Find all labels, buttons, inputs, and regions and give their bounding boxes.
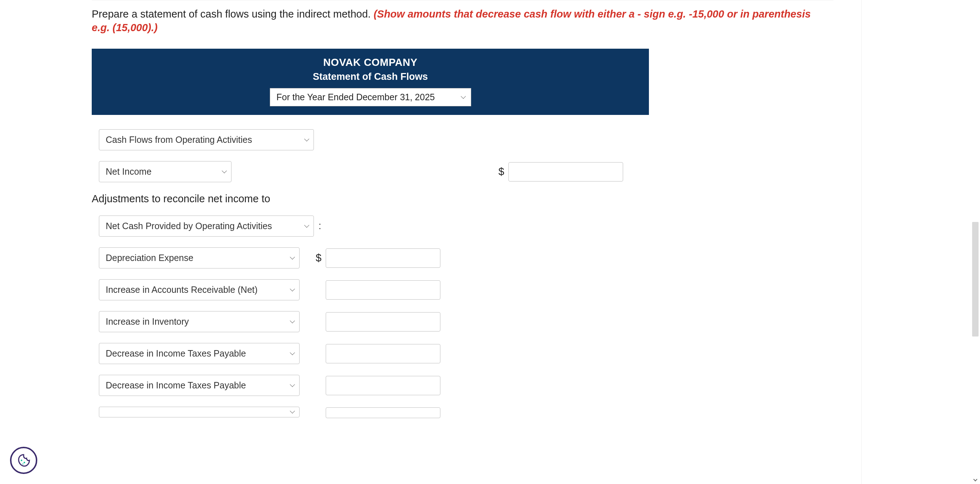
- svg-point-1: [24, 462, 25, 463]
- chevron-down-icon: [290, 408, 295, 414]
- net-income-input[interactable]: [509, 162, 623, 181]
- svg-point-2: [22, 463, 23, 464]
- page: Prepare a statement of cash flows using …: [0, 0, 980, 484]
- chevron-down-icon: [290, 382, 295, 387]
- instructions-black: Prepare a statement of cash flows using …: [92, 8, 374, 20]
- taxes2-select-value: Decrease in Income Taxes Payable: [106, 380, 246, 390]
- row-inventory: Increase in Inventory $: [92, 311, 834, 332]
- depreciation-select-value: Depreciation Expense: [106, 253, 194, 263]
- taxes1-input[interactable]: [326, 344, 441, 363]
- row-adjustments-label: Adjustments to reconcile net income to: [92, 193, 834, 205]
- depreciation-input[interactable]: [326, 248, 441, 268]
- row-taxes-1: Decrease in Income Taxes Payable $: [92, 343, 834, 364]
- net-cash-select-value: Net Cash Provided by Operating Activitie…: [106, 221, 272, 231]
- right-panel-divider: [861, 0, 862, 484]
- row-depreciation: Depreciation Expense $: [92, 248, 834, 268]
- colon: :: [318, 221, 321, 232]
- chevron-down-icon: [973, 477, 977, 481]
- period-select-value: For the Year Ended December 31, 2025: [277, 92, 435, 102]
- chevron-down-icon: [290, 254, 295, 260]
- dollar-sign: $: [316, 252, 321, 264]
- ar-select-value: Increase in Accounts Receivable (Net): [106, 285, 258, 295]
- scroll-down-button[interactable]: [972, 476, 978, 482]
- row-blank: $: [92, 407, 834, 419]
- scrollbar-thumb[interactable]: [972, 222, 978, 336]
- instructions-text: Prepare a statement of cash flows using …: [92, 8, 834, 34]
- blank-input[interactable]: [326, 408, 441, 418]
- blank-select[interactable]: [99, 407, 299, 417]
- adjustments-label: Adjustments to reconcile net income to: [92, 193, 270, 205]
- row-ar: Increase in Accounts Receivable (Net) $: [92, 279, 834, 300]
- row-taxes-2: Decrease in Income Taxes Payable $: [92, 375, 834, 396]
- chevron-down-icon: [304, 223, 309, 228]
- statement-title: Statement of Cash Flows: [92, 71, 649, 83]
- section-select-value: Cash Flows from Operating Activities: [106, 135, 252, 144]
- dollar-sign: $: [498, 166, 504, 178]
- cookie-settings-button[interactable]: [10, 447, 37, 474]
- chevron-down-icon: [222, 168, 227, 173]
- taxes1-select[interactable]: Decrease in Income Taxes Payable: [99, 343, 299, 364]
- row-section-header: Cash Flows from Operating Activities: [92, 129, 834, 150]
- ar-select[interactable]: Increase in Accounts Receivable (Net): [99, 279, 299, 300]
- statement-rows: Cash Flows from Operating Activities Net…: [92, 129, 834, 419]
- taxes2-input[interactable]: [326, 376, 441, 395]
- net-income-select-value: Net Income: [106, 167, 151, 176]
- inventory-select-value: Increase in Inventory: [106, 316, 189, 327]
- statement-header: NOVAK COMPANY Statement of Cash Flows Fo…: [92, 49, 649, 115]
- taxes2-select[interactable]: Decrease in Income Taxes Payable: [99, 375, 299, 396]
- net-income-select[interactable]: Net Income: [99, 161, 231, 182]
- chevron-down-icon: [290, 350, 295, 355]
- depreciation-select[interactable]: Depreciation Expense: [99, 248, 299, 268]
- period-select[interactable]: For the Year Ended December 31, 2025: [270, 88, 471, 106]
- row-net-cash: Net Cash Provided by Operating Activitie…: [92, 216, 834, 236]
- cookie-icon: [16, 453, 31, 468]
- question-content: Prepare a statement of cash flows using …: [92, 0, 834, 419]
- inventory-select[interactable]: Increase in Inventory: [99, 311, 299, 332]
- taxes1-select-value: Decrease in Income Taxes Payable: [106, 348, 246, 359]
- ar-input[interactable]: [326, 280, 441, 300]
- section-select[interactable]: Cash Flows from Operating Activities: [99, 129, 314, 150]
- row-net-income: Net Income $: [92, 161, 834, 182]
- chevron-down-icon: [304, 136, 309, 141]
- chevron-down-icon: [460, 94, 465, 99]
- inventory-input[interactable]: [326, 312, 441, 332]
- chevron-down-icon: [290, 318, 295, 323]
- svg-point-0: [21, 460, 22, 461]
- company-name: NOVAK COMPANY: [92, 57, 649, 68]
- chevron-down-icon: [290, 286, 295, 291]
- net-cash-select[interactable]: Net Cash Provided by Operating Activitie…: [99, 216, 314, 236]
